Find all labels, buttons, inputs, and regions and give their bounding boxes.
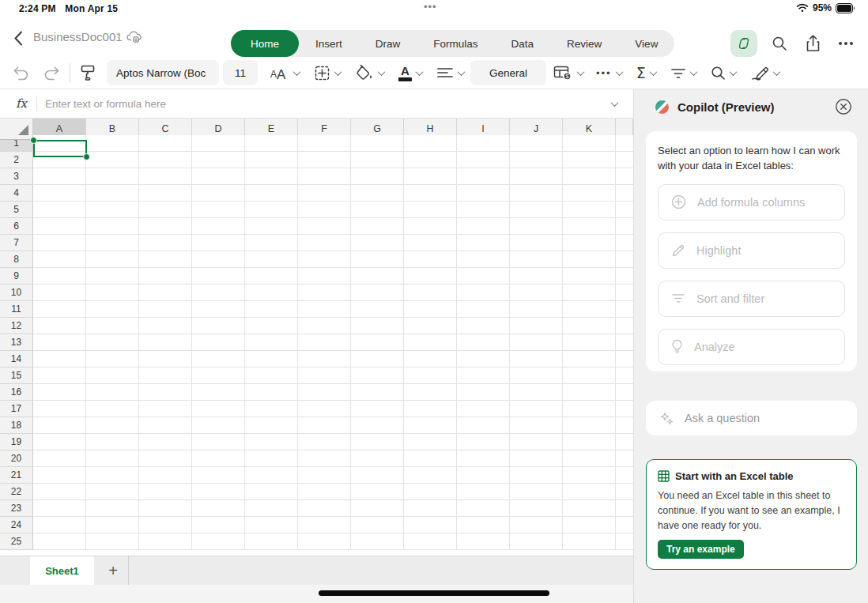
cell-k12[interactable] [563, 318, 616, 334]
cell-j23[interactable] [510, 500, 563, 517]
copilot-option-sort-and-filter[interactable]: Sort and filter [658, 281, 845, 317]
cell-e5[interactable] [245, 202, 298, 218]
cell-a23[interactable] [33, 500, 86, 517]
fill-color-button[interactable] [355, 60, 384, 85]
cell-k24[interactable] [563, 517, 616, 533]
cell-k23[interactable] [563, 500, 616, 517]
row-header-18[interactable]: 18 [0, 417, 33, 434]
tab-formulas[interactable]: Formulas [417, 30, 494, 57]
cell-f21[interactable] [298, 467, 351, 484]
cell-a5[interactable] [33, 202, 86, 218]
cell-f7[interactable] [298, 235, 351, 251]
cell-d15[interactable] [192, 367, 245, 384]
cell-c12[interactable] [139, 318, 192, 334]
cell-c1[interactable] [139, 135, 192, 152]
cell-d10[interactable] [192, 285, 245, 301]
alignment-button[interactable] [436, 60, 464, 85]
cell-h16[interactable] [404, 384, 457, 401]
cell-c17[interactable] [139, 401, 192, 417]
cell-j20[interactable] [510, 450, 563, 467]
tab-review[interactable]: Review [550, 30, 618, 57]
cell-a18[interactable] [33, 417, 86, 434]
cell-f11[interactable] [298, 301, 351, 318]
cell-i17[interactable] [457, 401, 510, 417]
cell-e1[interactable] [245, 135, 298, 152]
search-icon[interactable] [768, 30, 791, 57]
cell-b7[interactable] [86, 235, 139, 251]
cell-i25[interactable] [457, 533, 510, 550]
row-header-13[interactable]: 13 [0, 334, 33, 351]
cell-d8[interactable] [192, 251, 245, 268]
window-handle-icon[interactable]: ••• [424, 1, 437, 13]
cell-h9[interactable] [404, 268, 457, 285]
cell-c2[interactable] [139, 152, 192, 168]
cell-e15[interactable] [245, 367, 298, 384]
copilot-option-add-formula-columns[interactable]: Add formula columns [658, 184, 845, 220]
cell-a7[interactable] [33, 235, 86, 251]
cell-k1[interactable] [563, 135, 616, 152]
cell-g5[interactable] [351, 202, 404, 218]
cell-a16[interactable] [33, 384, 86, 401]
cell-b9[interactable] [86, 268, 139, 285]
cell-k9[interactable] [563, 268, 616, 285]
cell-b3[interactable] [86, 168, 139, 185]
formula-bar[interactable]: fx Enter text or formula here [0, 89, 633, 119]
cell-b14[interactable] [86, 351, 139, 367]
cell-f23[interactable] [298, 500, 351, 517]
cell-i12[interactable] [457, 318, 510, 334]
cell-e11[interactable] [245, 301, 298, 318]
cell-a1[interactable] [33, 135, 86, 152]
cell-partial-7[interactable] [616, 235, 633, 251]
cell-j24[interactable] [510, 517, 563, 533]
font-color-button[interactable]: A [398, 60, 422, 85]
cell-e2[interactable] [245, 152, 298, 168]
cell-b17[interactable] [86, 401, 139, 417]
cell-a12[interactable] [33, 318, 86, 334]
cell-g17[interactable] [351, 401, 404, 417]
cell-g15[interactable] [351, 367, 404, 384]
cell-i5[interactable] [457, 202, 510, 218]
cell-f10[interactable] [298, 285, 351, 301]
cell-k17[interactable] [563, 401, 616, 417]
cell-f12[interactable] [298, 318, 351, 334]
cell-f25[interactable] [298, 533, 351, 550]
cell-k20[interactable] [563, 450, 616, 467]
cell-g1[interactable] [351, 135, 404, 152]
cell-e17[interactable] [245, 401, 298, 417]
cell-d23[interactable] [192, 500, 245, 517]
cell-j21[interactable] [510, 467, 563, 484]
cell-partial-3[interactable] [616, 168, 633, 185]
cell-h20[interactable] [404, 450, 457, 467]
cell-c19[interactable] [139, 434, 192, 450]
cell-g19[interactable] [351, 434, 404, 450]
cell-b19[interactable] [86, 434, 139, 450]
cell-j12[interactable] [510, 318, 563, 334]
cell-g2[interactable] [351, 152, 404, 168]
row-header-22[interactable]: 22 [0, 484, 33, 500]
cell-g20[interactable] [351, 450, 404, 467]
cell-k8[interactable] [563, 251, 616, 268]
cell-d14[interactable] [192, 351, 245, 367]
cell-e16[interactable] [245, 384, 298, 401]
cell-k21[interactable] [563, 467, 616, 484]
cell-k6[interactable] [563, 218, 616, 235]
number-format-dropdown[interactable]: General [470, 60, 546, 85]
cell-partial-21[interactable] [616, 467, 633, 484]
row-header-16[interactable]: 16 [0, 384, 33, 401]
cell-a14[interactable] [33, 351, 86, 367]
cell-e12[interactable] [245, 318, 298, 334]
cell-b18[interactable] [86, 417, 139, 434]
cell-a11[interactable] [33, 301, 86, 318]
cell-j9[interactable] [510, 268, 563, 285]
cell-a21[interactable] [33, 467, 86, 484]
cell-e8[interactable] [245, 251, 298, 268]
borders-button[interactable] [314, 60, 341, 85]
cell-c22[interactable] [139, 484, 192, 500]
cell-k18[interactable] [563, 417, 616, 434]
cell-a15[interactable] [33, 367, 86, 384]
cell-i9[interactable] [457, 268, 510, 285]
row-header-15[interactable]: 15 [0, 367, 33, 384]
row-header-19[interactable]: 19 [0, 434, 33, 450]
cell-j16[interactable] [510, 384, 563, 401]
cell-j6[interactable] [510, 218, 563, 235]
